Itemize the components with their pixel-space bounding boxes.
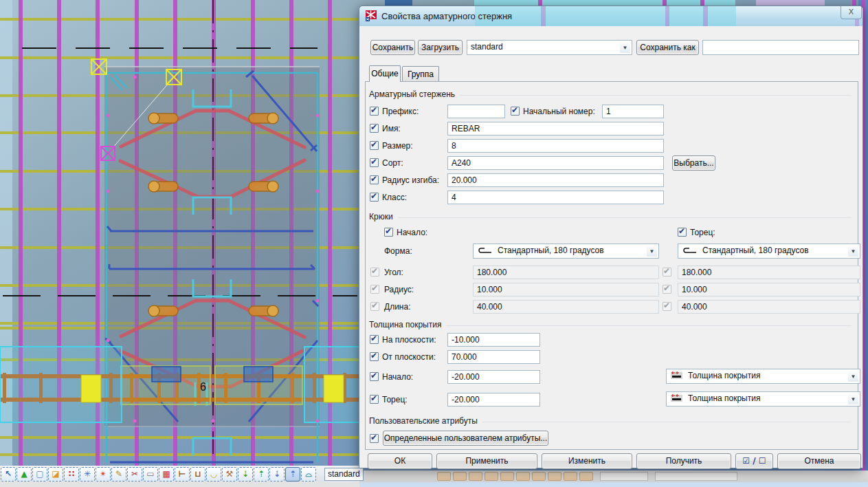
select-points-icon[interactable]: ∷ <box>64 467 79 481</box>
cover-end-checkbox[interactable] <box>370 395 379 404</box>
prefix-checkbox[interactable] <box>370 107 379 116</box>
hook-angle-start-checkbox <box>370 268 379 277</box>
glyph: ⌓ <box>305 470 312 478</box>
cover-end-mode-value: Толщина покрытия <box>688 393 760 403</box>
snap-grid-icon[interactable]: ▦ <box>159 467 174 481</box>
class-checkbox[interactable] <box>370 193 379 202</box>
load-button[interactable]: Загрузить <box>418 40 463 55</box>
cover-from-plane-label: От плоскости: <box>382 352 436 362</box>
view-plane-icon[interactable]: ⌓ <box>301 467 316 481</box>
glyph: ⚒ <box>226 470 234 478</box>
hook-radius-start-field: 10.000 <box>473 283 659 296</box>
depth-down-icon[interactable]: ⇣ <box>238 467 253 481</box>
profile-combo[interactable]: standard ▼ <box>467 40 632 55</box>
grade-input[interactable]: A240 <box>447 156 664 170</box>
chevron-down-icon[interactable]: ▼ <box>620 42 630 53</box>
glyph: ◪ <box>52 470 59 478</box>
cover-from-plane-checkbox[interactable] <box>370 352 379 361</box>
obscured-toolbar-icon <box>564 472 577 481</box>
selection-toolbar: ↖ ▲ ▢ ◪ ∷ ✳ ✴ ✎ ✂ ▭ ▦ ⊢ ⊔ ◡ ⚒ ⇣ ⇡ ⇣ ⇡ ⌓ … <box>0 466 359 482</box>
hook-length-label: Длина: <box>384 302 410 312</box>
get-button[interactable]: Получить <box>636 453 731 469</box>
toggle-all-checkboxes-button[interactable]: ☑ / ☐ <box>735 453 773 469</box>
status-strip <box>359 482 868 487</box>
points-up-icon[interactable]: ⇡ <box>285 467 300 481</box>
save-as-input[interactable] <box>702 40 859 55</box>
cover-on-plane-input[interactable]: -10.000 <box>447 333 540 347</box>
name-checkbox[interactable] <box>370 124 379 133</box>
ok-button[interactable]: ОК <box>368 453 432 469</box>
glyph: ✎ <box>115 470 122 478</box>
grade-checkbox[interactable] <box>370 158 379 167</box>
snap-free-icon[interactable]: ▭ <box>143 467 158 481</box>
section-title-attributes: Пользовательские атрибуты <box>369 416 482 426</box>
glyph: ⇡ <box>258 470 265 478</box>
snap-pen-icon[interactable]: ✎ <box>111 467 126 481</box>
close-button[interactable]: X <box>841 6 862 19</box>
chevron-down-icon[interactable]: ▼ <box>848 246 858 257</box>
section-title-cover: Толщина покрытия <box>369 320 446 329</box>
depth-up-icon[interactable]: ⇡ <box>254 467 269 481</box>
cover-on-plane-checkbox[interactable] <box>370 335 379 344</box>
prefix-input[interactable] <box>447 105 505 118</box>
select-weld-icon[interactable]: ⊔ <box>190 467 205 481</box>
hook-radius-label: Радиус: <box>384 285 414 294</box>
obscured-toolbar-icon <box>485 472 498 481</box>
select-objects-icon[interactable]: ▲ <box>16 467 32 481</box>
hook-length-end-field: 40.000 <box>678 300 860 314</box>
dialog-title: Свойства арматурного стержня <box>381 11 512 21</box>
snap-geometry-icon[interactable]: ✴ <box>96 467 111 481</box>
select-grade-button[interactable]: Выбрать... <box>672 155 715 171</box>
cancel-button[interactable]: Отмена <box>777 453 861 469</box>
hook-shape-start-combo[interactable]: Стандартный, 180 градусов ▼ <box>473 244 659 259</box>
snap-cut-icon[interactable]: ✂ <box>127 467 142 481</box>
select-part-icon[interactable]: ⊢ <box>175 467 190 481</box>
cover-end-mode-combo[interactable]: Толщина покрытия ▼ <box>666 391 860 407</box>
cover-start-mode-combo[interactable]: Толщина покрытия ▼ <box>666 369 860 384</box>
hook-shape-end-value: Стандартный, 180 градусов <box>702 246 809 255</box>
select-assembly-icon[interactable]: ◪ <box>48 467 63 481</box>
chevron-down-icon[interactable]: ▼ <box>848 393 858 404</box>
size-label: Размер: <box>382 141 413 151</box>
tab-general[interactable]: Общие <box>369 65 401 82</box>
hook-end-checkbox[interactable] <box>678 228 687 237</box>
hook-angle-end-field: 180.000 <box>678 266 860 279</box>
cover-from-plane-input[interactable]: 70.000 <box>447 350 540 364</box>
glyph: ⇡ <box>289 470 296 478</box>
glyph: ↖ <box>5 470 12 478</box>
user-attributes-checkbox[interactable] <box>370 434 379 443</box>
hook-angle-label: Угол: <box>384 268 403 277</box>
toolbar-profile-combo[interactable]: standard <box>324 468 364 481</box>
class-input[interactable]: 4 <box>447 191 664 204</box>
cover-start-checkbox[interactable] <box>370 372 379 381</box>
select-tool-icon[interactable]: ⚒ <box>222 467 237 481</box>
user-attributes-button[interactable]: Определенные пользователем атрибуты... <box>383 431 548 446</box>
select-surface-icon[interactable]: ◡ <box>206 467 221 481</box>
bend-radius-checkbox[interactable] <box>370 175 379 184</box>
size-input[interactable]: 8 <box>447 139 664 153</box>
points-down-icon[interactable]: ⇣ <box>269 467 285 481</box>
size-checkbox[interactable] <box>370 141 379 150</box>
tab-group[interactable]: Группа <box>402 66 439 82</box>
dialog-titlebar[interactable]: Свойства арматурного стержня X <box>359 6 863 26</box>
hook-180-icon <box>477 246 493 255</box>
save-as-button[interactable]: Сохранить как <box>636 40 699 55</box>
modify-button[interactable]: Изменить <box>542 453 632 469</box>
save-button[interactable]: Сохранить <box>370 40 415 55</box>
bend-radius-input[interactable]: 20.000 <box>447 173 664 187</box>
cover-start-input[interactable]: -20.000 <box>447 370 540 384</box>
hook-shape-end-combo[interactable]: Стандартный, 180 градусов ▼ <box>678 244 860 259</box>
start-number-checkbox[interactable] <box>511 107 520 116</box>
chevron-down-icon[interactable]: ▼ <box>848 371 858 382</box>
select-cursor-icon[interactable]: ↖ <box>1 467 16 481</box>
select-component-icon[interactable]: ▢ <box>32 467 47 481</box>
hook-start-checkbox[interactable] <box>384 228 393 237</box>
obscured-field <box>600 472 648 481</box>
snap-reference-icon[interactable]: ✳ <box>80 467 95 481</box>
name-input[interactable]: REBAR <box>447 122 664 136</box>
apply-button[interactable]: Применить <box>436 453 537 469</box>
obscured-field <box>655 472 737 481</box>
start-number-input[interactable]: 1 <box>602 105 664 118</box>
chevron-down-icon[interactable]: ▼ <box>647 246 657 257</box>
cover-end-input[interactable]: -20.000 <box>447 393 540 407</box>
